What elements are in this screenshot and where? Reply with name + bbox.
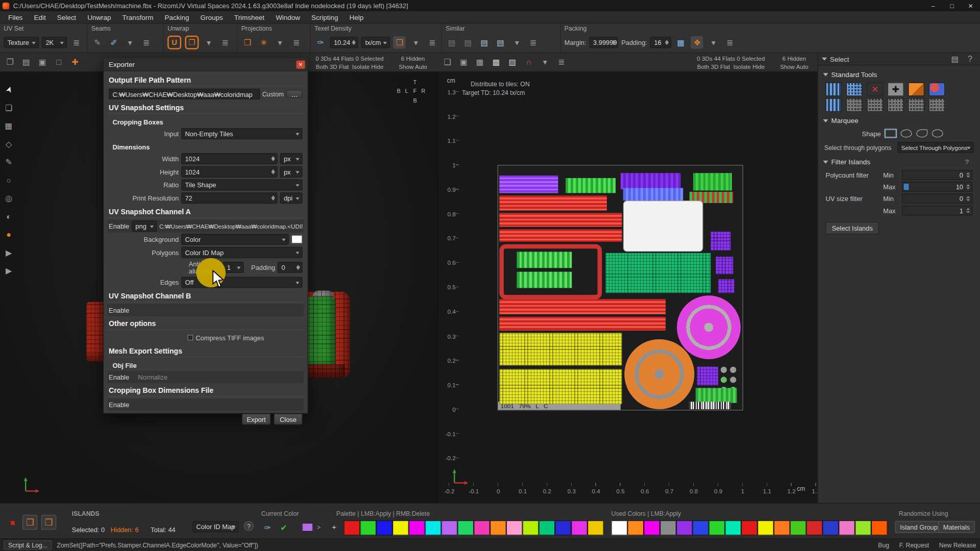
menu-select[interactable]: Select (52, 13, 82, 21)
padding-input[interactable]: 16 (650, 37, 672, 48)
packing-island-icon[interactable]: ❖ (691, 36, 703, 48)
edit-pen-icon[interactable]: ✎ (3, 156, 15, 168)
similar-layers-a-icon[interactable]: ▤ (478, 36, 491, 48)
compress-tiff-checkbox[interactable] (187, 335, 193, 340)
delete-uv-icon[interactable]: ✕ (867, 83, 883, 96)
sphere-tool-icon[interactable]: ◐ (3, 210, 15, 222)
color-swatch[interactable] (344, 520, 360, 535)
stack-copy-icon[interactable] (908, 83, 924, 96)
projection-box-icon[interactable]: ❒ (241, 36, 254, 48)
ring-tool-icon[interactable]: ◎ (3, 192, 15, 204)
ratio-dropdown[interactable]: Tile Shape (181, 179, 303, 190)
uv-island[interactable] (517, 252, 572, 268)
texel-pen-icon[interactable]: ✑ (314, 36, 327, 48)
uv-3d-view-icon[interactable]: ▣ (457, 56, 470, 68)
uv-island[interactable] (623, 188, 683, 201)
color-swatch[interactable] (709, 520, 725, 535)
texel-unit-dropdown[interactable]: tx/cm (361, 37, 390, 48)
uv-island[interactable] (693, 173, 732, 190)
color-swatch[interactable] (774, 520, 790, 535)
similar-box-a-icon[interactable]: ▤ (446, 36, 458, 48)
stop-icon[interactable]: ■ (6, 516, 18, 528)
uv-island[interactable] (499, 176, 558, 193)
color-swatch[interactable] (523, 520, 539, 535)
color-swatch[interactable] (806, 520, 823, 535)
projection-star-icon[interactable]: ✳ (257, 36, 270, 48)
dialog-close-button[interactable]: Close (274, 414, 302, 425)
color-swatch[interactable] (360, 520, 376, 535)
marquee-box-icon[interactable]: ❏ (3, 101, 15, 113)
antialiasing-dropdown[interactable]: 1 (223, 262, 243, 273)
bug-link[interactable]: Bug (878, 542, 889, 548)
menu-files[interactable]: Files (3, 13, 28, 21)
uv-both-toggle[interactable]: Both 3D Flat (697, 63, 730, 70)
menu-scripting[interactable]: Scripting (306, 13, 344, 21)
uv-island[interactable] (499, 229, 622, 241)
magnet-dropdown-icon[interactable]: ▾ (539, 56, 551, 68)
viewcube-bottom[interactable]: B (413, 97, 416, 104)
exporter-titlebar[interactable]: Exporter ✕ (104, 58, 307, 71)
similar-options-icon[interactable]: ≣ (527, 36, 539, 48)
seam-brush-icon[interactable]: ✐ (108, 36, 120, 48)
new-release-link[interactable]: New Release (939, 542, 976, 548)
wire-view-icon[interactable]: □ (53, 56, 65, 68)
uv-tile[interactable]: 1001 79% L C (498, 165, 743, 410)
island-mode-icon[interactable]: ❐ (22, 515, 37, 530)
play-next-icon[interactable]: ▶ (3, 246, 15, 258)
pack-tool-icon[interactable] (846, 83, 863, 96)
color-swatch[interactable] (741, 520, 757, 535)
model-part[interactable] (304, 297, 335, 370)
marquee-ellipse-icon[interactable] (932, 129, 943, 137)
polygons-dropdown[interactable]: Color ID Map (181, 247, 303, 258)
apply-check-icon[interactable]: ✔ (278, 521, 290, 533)
eyedropper-icon[interactable]: ✑ (261, 521, 274, 533)
select-islands-button[interactable]: Select Islands (826, 222, 879, 234)
grid-d-icon[interactable] (888, 98, 904, 112)
uvset-texture-dropdown[interactable]: Texture (4, 37, 39, 48)
color-swatch[interactable] (425, 520, 442, 535)
color-swatch[interactable] (490, 520, 506, 535)
width-unit-dropdown[interactable]: px (280, 153, 303, 164)
color-swatch[interactable] (644, 520, 660, 535)
focus-selection-icon[interactable]: ✚ (69, 56, 81, 68)
uvset-size-dropdown[interactable]: 2K (42, 37, 67, 48)
viewcube-left[interactable]: L (405, 88, 408, 94)
margin-input[interactable]: 3.99999 (590, 37, 618, 48)
viewport-uv[interactable]: cm Distribute to tiles: ON Target TD: 10… (437, 72, 817, 503)
group-tiles-icon[interactable]: ▨ (506, 56, 519, 68)
color-swatch[interactable] (627, 520, 644, 535)
seam-dropdown-icon[interactable]: ▾ (124, 36, 136, 48)
color-swatch[interactable] (587, 520, 604, 535)
material-sphere-icon[interactable]: ● (3, 228, 15, 240)
more-colors-icon[interactable]: > (317, 524, 321, 531)
standard-tools-header[interactable]: Standard Tools (818, 68, 980, 80)
menu-packing[interactable]: Packing (159, 13, 195, 21)
uv-island[interactable] (517, 272, 572, 288)
uv-island[interactable] (499, 317, 666, 331)
uv-island[interactable] (624, 339, 694, 409)
packing-dropdown-icon[interactable]: ▾ (707, 36, 719, 48)
color-swatch[interactable] (506, 520, 523, 535)
color-swatch[interactable] (393, 520, 409, 535)
collapse-chevron-icon[interactable] (822, 58, 827, 61)
viewcube-back[interactable]: B (397, 88, 401, 94)
height-input[interactable]: 1024 (181, 166, 278, 178)
select-through-dropdown[interactable]: Select Through Polygons (897, 142, 973, 153)
cropping-input-dropdown[interactable]: Non-Empty Tiles (181, 128, 303, 139)
uv-island[interactable] (499, 195, 607, 210)
uv-grid-view-icon[interactable]: ▦ (474, 56, 486, 68)
color-swatch[interactable] (790, 520, 806, 535)
menu-transform[interactable]: Transform (117, 13, 159, 21)
export-button[interactable]: Export (242, 414, 271, 425)
unwrap-dropdown-icon[interactable]: ▾ (203, 36, 215, 48)
brush-grid-icon[interactable]: ▦ (3, 119, 15, 132)
color-swatch[interactable] (457, 520, 474, 535)
shaded-view-icon[interactable]: ▣ (36, 56, 48, 68)
color-swatch[interactable] (676, 520, 693, 535)
unwrap-flatten-icon[interactable]: ❐ (185, 36, 199, 49)
marquee-header[interactable]: Marquee (818, 114, 980, 127)
filter-islands-header[interactable]: Filter Islands ? (818, 156, 980, 168)
texel-dropdown-icon[interactable]: ▾ (410, 36, 422, 48)
marquee-chevron-icon[interactable] (823, 119, 828, 122)
obj-enable-toggle[interactable]: Enable (109, 373, 129, 381)
